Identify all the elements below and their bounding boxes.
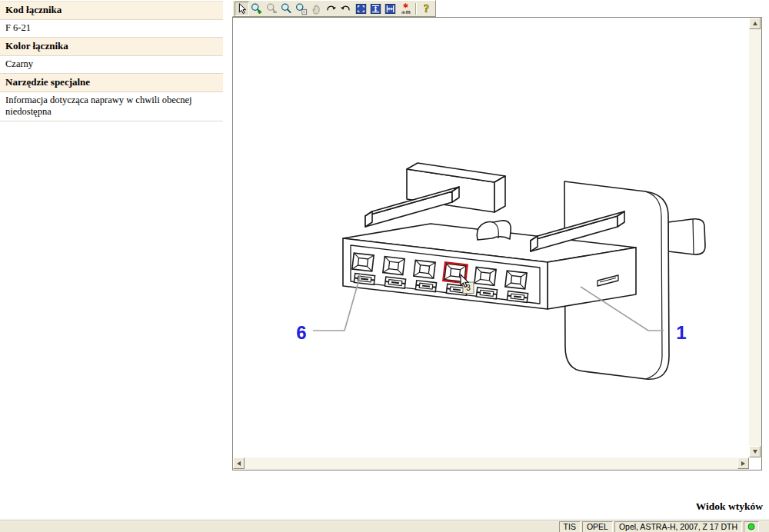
- pin-opening[interactable]: [383, 257, 404, 275]
- scroll-down-button[interactable]: [749, 446, 761, 457]
- pin-slot[interactable]: [415, 281, 436, 292]
- hotspots-icon: m: [399, 2, 412, 15]
- rotate-ccw-icon: [339, 2, 352, 15]
- zoom-out-icon: [265, 2, 278, 15]
- pan-hand-icon: [310, 2, 323, 15]
- connector-code-value: F 6-21: [0, 20, 223, 38]
- status-bar: TIS OPEL Opel, ASTRA-H, 2007, Z 17 DTH: [0, 520, 769, 532]
- pin-tooltip-text: 3: [466, 284, 471, 292]
- tis-connector-viewer-window: Kod łącznika F 6-21 Kolor łącznika Czarn…: [0, 0, 769, 532]
- pin-number-label-right: 1: [676, 322, 686, 343]
- select-tool-button[interactable]: [235, 2, 249, 16]
- fit-height-icon: [369, 2, 382, 15]
- pin-number-label-left: 6: [296, 322, 306, 343]
- status-cell-brand: OPEL: [582, 521, 613, 532]
- status-cell-vehicle: Opel, ASTRA-H, 2007, Z 17 DTH: [614, 521, 742, 532]
- vertical-scrollbar[interactable]: [749, 18, 761, 457]
- pin-slot[interactable]: [507, 291, 528, 303]
- toolbar-separator: [415, 3, 417, 15]
- fit-width-button[interactable]: [383, 2, 398, 16]
- help-icon: ?: [420, 2, 433, 15]
- connector-color-value: Czarny: [0, 56, 223, 74]
- connection-status-indicator: [747, 523, 755, 530]
- view-caption: Widok wtyków: [696, 500, 763, 513]
- repair-info-value: Informacja dotycząca naprawy w chwili ob…: [0, 92, 223, 121]
- pin-slot[interactable]: [476, 288, 497, 299]
- pin-opening[interactable]: [414, 260, 435, 278]
- viewer-toolbar: m ?: [232, 0, 436, 17]
- pan-button: [309, 2, 324, 16]
- fit-window-button[interactable]: [354, 2, 368, 16]
- pin-opening[interactable]: [505, 271, 527, 289]
- scroll-right-button[interactable]: [737, 457, 749, 469]
- horizontal-scrollbar[interactable]: [233, 457, 749, 470]
- pin-slot[interactable]: [354, 274, 375, 285]
- fit-height-button[interactable]: [368, 2, 383, 16]
- left-arrow-icon: [237, 461, 241, 466]
- fit-window-icon: [355, 2, 368, 15]
- right-arrow-icon: [741, 461, 745, 466]
- down-arrow-icon: [753, 450, 757, 454]
- fit-width-icon: [384, 2, 397, 15]
- up-arrow-icon: [753, 22, 757, 25]
- hotspots-button[interactable]: m: [398, 2, 412, 16]
- zoom-out-button: [265, 2, 279, 16]
- svg-text:?: ?: [424, 2, 429, 15]
- connector-color-header: Kolor łącznika: [0, 38, 223, 56]
- pin-slot[interactable]: [384, 277, 405, 288]
- pin-opening[interactable]: [352, 253, 374, 271]
- scroll-up-button[interactable]: [749, 18, 761, 29]
- zoom-icon: [280, 2, 293, 15]
- status-indicator-cell: [744, 521, 759, 532]
- zoom-in-button[interactable]: [249, 2, 264, 16]
- top-bump: [477, 221, 511, 240]
- rotate-cw-icon: [325, 2, 338, 15]
- rotate-cw-button[interactable]: [324, 2, 338, 16]
- connector-code-header: Kod łącznika: [0, 1, 223, 20]
- connector-diagram[interactable]: 6 1 3: [233, 18, 749, 458]
- special-tool-header: Narzędzie specjalne: [0, 74, 223, 92]
- svg-text:m: m: [405, 8, 410, 14]
- zoom-region-button[interactable]: [294, 2, 308, 16]
- rotate-ccw-button[interactable]: [338, 2, 353, 16]
- lock-protrusion: [668, 219, 705, 254]
- diagram-canvas[interactable]: 6 1 3: [232, 17, 762, 470]
- scroll-left-button[interactable]: [233, 457, 245, 469]
- zoom-in-icon: [250, 2, 263, 15]
- zoom-button[interactable]: [279, 2, 294, 16]
- zoom-region-icon: [295, 2, 308, 15]
- connector-info-panel: Kod łącznika F 6-21 Kolor łącznika Czarn…: [0, 1, 223, 121]
- pin-opening[interactable]: [474, 267, 496, 285]
- help-button[interactable]: ?: [419, 2, 434, 16]
- select-pointer-icon: [235, 2, 248, 15]
- status-cell-app: TIS: [559, 521, 581, 532]
